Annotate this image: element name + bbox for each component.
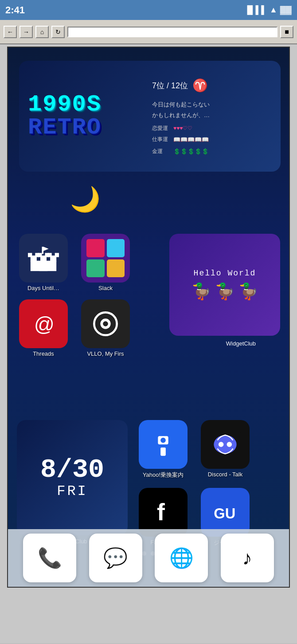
svg-rect-8 bbox=[47, 253, 51, 257]
dock-messages[interactable]: 💬 bbox=[89, 534, 142, 582]
love-icons: ♥♥♥♡♡ bbox=[173, 124, 192, 134]
calendar-widget-container[interactable]: 8/30 FRI WidgetClub bbox=[17, 420, 128, 545]
apps-row-2: @ Threads VLLO, My Firs bbox=[17, 299, 132, 357]
ducks-row: 🦆 🦆 🦆 bbox=[191, 282, 258, 301]
work-label: 仕事運 bbox=[152, 135, 170, 145]
slack-label: Slack bbox=[98, 285, 113, 291]
slack-cell-3 bbox=[86, 259, 105, 278]
money-label: 金運 bbox=[152, 147, 170, 157]
svg-rect-9 bbox=[55, 253, 59, 257]
dock-phone[interactable]: 📞 bbox=[23, 534, 76, 582]
app-discord[interactable]: Discord - Talk bbox=[199, 420, 252, 479]
dock-globe[interactable]: 🌐 bbox=[155, 534, 208, 582]
status-icons: ▐▌▌▌ ▲ ▓▓ bbox=[244, 5, 292, 15]
globe-icon: 🌐 bbox=[169, 546, 194, 569]
svg-rect-6 bbox=[38, 253, 42, 257]
screen-wrapper: 1990S RETRO 7位 / 12位 ♈ 今日は何も起こらない かもしれませ… bbox=[0, 44, 297, 643]
discord-icon bbox=[201, 420, 250, 469]
slack-cell-4 bbox=[107, 259, 125, 278]
status-time: 2:41 bbox=[5, 4, 25, 16]
hello-world-text: Hello World bbox=[194, 269, 256, 278]
moon-icon: 🌙 bbox=[70, 185, 101, 214]
messages-icon: 💬 bbox=[103, 546, 128, 569]
aries-symbol: ♈ bbox=[192, 75, 208, 97]
app-slack[interactable]: Slack bbox=[79, 234, 132, 291]
apps-pair-1: Yahoo!乗換案内 bbox=[137, 420, 252, 479]
svg-point-20 bbox=[160, 438, 166, 443]
svg-point-16 bbox=[103, 321, 108, 326]
forward-button[interactable]: → bbox=[20, 26, 33, 38]
retro-title-1990s: 1990S bbox=[28, 93, 152, 116]
battery-icon: ▓▓ bbox=[280, 5, 292, 15]
horoscope-line1: 今日は何も起こらない bbox=[152, 99, 272, 110]
browser-toolbar: ← → ⌂ ↻ ■ bbox=[0, 20, 297, 44]
work-icons: 📖📖📖📖📖 bbox=[173, 134, 209, 145]
svg-rect-10 bbox=[39, 263, 48, 271]
slack-icon bbox=[81, 234, 130, 283]
money-row: 金運 💲💲💲💲💲 bbox=[152, 146, 272, 157]
app-days-until[interactable]: Days Until… bbox=[17, 234, 70, 291]
svg-text:@: @ bbox=[34, 313, 54, 335]
castle-icon bbox=[19, 234, 68, 283]
svg-rect-11 bbox=[42, 247, 44, 254]
calendar-date: 8/30 bbox=[40, 456, 104, 483]
svg-text:GU: GU bbox=[214, 505, 235, 522]
dock-music[interactable]: ♪ bbox=[221, 534, 274, 582]
apps-row-1: Days Until… Slack bbox=[17, 234, 132, 291]
app-threads[interactable]: @ Threads bbox=[17, 299, 70, 357]
right-apps: Yahoo!乗換案内 bbox=[137, 420, 252, 547]
threads-label: Threads bbox=[33, 350, 54, 357]
love-label: 恋愛運 bbox=[152, 124, 170, 134]
signal-icon: ▐▌▌▌ bbox=[244, 5, 267, 15]
threads-icon: @ bbox=[19, 299, 68, 348]
discord-label: Discord - Talk bbox=[208, 471, 243, 478]
svg-marker-12 bbox=[43, 247, 49, 251]
music-icon: ♪ bbox=[242, 547, 252, 569]
calendar-day: FRI bbox=[57, 483, 88, 499]
work-row: 仕事運 📖📖📖📖📖 bbox=[152, 134, 272, 145]
retro-widget: 1990S RETRO 7位 / 12位 ♈ 今日は何も起こらない かもしれませ… bbox=[19, 61, 281, 172]
duck-3: 🦆 bbox=[238, 282, 258, 301]
money-icons: 💲💲💲💲💲 bbox=[173, 146, 209, 157]
dock: 📞 💬 🌐 ♪ bbox=[8, 529, 289, 587]
retro-title-retro: RETRO bbox=[28, 116, 152, 139]
calendar-widget: 8/30 FRI bbox=[17, 420, 128, 535]
rank-text: 7位 / 12位 bbox=[152, 79, 188, 93]
widgetclub-large[interactable]: Hello World 🦆 🦆 🦆 bbox=[169, 234, 280, 336]
section-2: 8/30 FRI WidgetClub bbox=[17, 420, 252, 547]
svg-point-24 bbox=[227, 442, 232, 447]
app-vllo[interactable]: VLLO, My Firs bbox=[79, 299, 132, 357]
home-button[interactable]: ⌂ bbox=[35, 26, 49, 38]
back-button[interactable]: ← bbox=[4, 26, 17, 38]
widgetclub-large-label: WidgetClub bbox=[226, 340, 256, 347]
horoscope-line2: かもしれませんが、… bbox=[152, 110, 272, 120]
refresh-button[interactable]: ↻ bbox=[51, 26, 65, 38]
duck-2: 🦆 bbox=[215, 282, 235, 301]
retro-right: 7位 / 12位 ♈ 今日は何も起こらない かもしれませんが、… 恋愛運 ♥♥♥… bbox=[152, 75, 272, 158]
yahoo-label: Yahoo!乗換案内 bbox=[143, 471, 184, 479]
retro-left: 1990S RETRO bbox=[28, 93, 152, 139]
retro-rank: 7位 / 12位 ♈ bbox=[152, 75, 272, 97]
svg-rect-4 bbox=[28, 253, 32, 257]
phone-screen: 1990S RETRO 7位 / 12位 ♈ 今日は何も起こらない かもしれませ… bbox=[7, 47, 290, 588]
vllo-icon bbox=[81, 299, 130, 348]
slack-cell-2 bbox=[107, 239, 125, 257]
duck-1: 🦆 bbox=[191, 282, 211, 301]
yahoo-icon bbox=[139, 420, 188, 469]
love-row: 恋愛運 ♥♥♥♡♡ bbox=[152, 124, 272, 134]
address-bar[interactable] bbox=[67, 27, 277, 37]
wifi-icon: ▲ bbox=[270, 5, 277, 15]
vllo-label: VLLO, My Firs bbox=[87, 350, 124, 357]
svg-point-23 bbox=[219, 442, 224, 447]
app-yahoo-transit[interactable]: Yahoo!乗換案内 bbox=[137, 420, 190, 479]
svg-point-22 bbox=[214, 435, 236, 454]
svg-text:f: f bbox=[157, 499, 165, 525]
svg-rect-19 bbox=[160, 448, 166, 456]
phone-icon: 📞 bbox=[38, 546, 62, 569]
slack-cell-1 bbox=[86, 239, 105, 257]
folder-button[interactable]: ■ bbox=[280, 26, 293, 38]
status-bar: 2:41 ▐▌▌▌ ▲ ▓▓ bbox=[0, 0, 297, 20]
days-until-label: Days Until… bbox=[27, 285, 59, 291]
